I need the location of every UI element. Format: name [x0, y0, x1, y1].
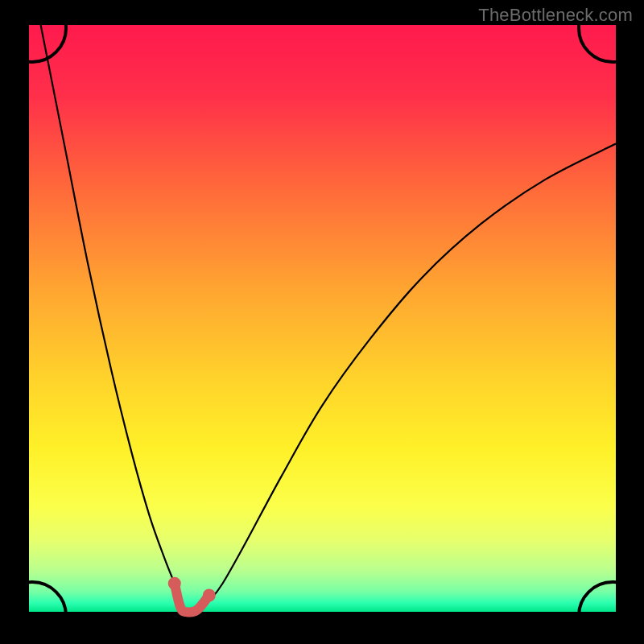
- watermark-text: TheBottleneck.com: [478, 5, 633, 26]
- svg-point-2: [203, 588, 216, 601]
- bottleneck-curve: [29, 25, 616, 619]
- plot-area: [29, 25, 616, 619]
- svg-point-1: [168, 577, 181, 590]
- frame: TheBottleneck.com: [0, 0, 644, 644]
